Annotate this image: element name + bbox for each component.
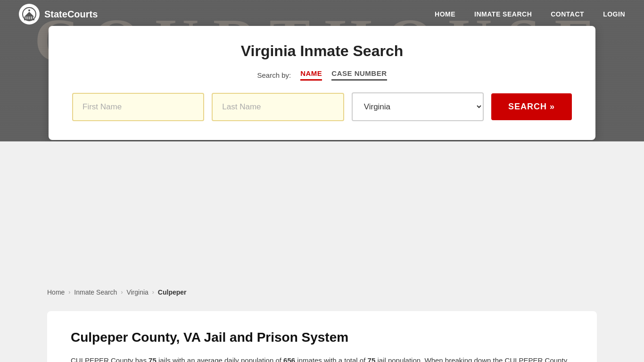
breadcrumb-sep-3: › [152,289,154,296]
breadcrumb-current: Culpeper [158,288,187,296]
desc-mid1: jails with an average daily population o… [157,356,283,362]
breadcrumb-inmate-search[interactable]: Inmate Search [74,288,117,296]
logo[interactable]: StateCourts [19,4,98,25]
desc-pop: 656 [283,356,295,362]
description: CULPEPER County has 75 jails with an ave… [71,354,573,362]
breadcrumb-state[interactable]: Virginia [126,288,148,296]
last-name-input[interactable] [212,93,344,121]
svg-rect-4 [30,16,32,20]
svg-rect-3 [28,16,30,20]
desc-jails: 75 [149,356,157,362]
breadcrumb-home[interactable]: Home [47,288,65,296]
search-button[interactable]: SEARCH » [491,93,572,120]
tab-name[interactable]: NAME [300,69,322,81]
desc-jail-pop: 75 [368,356,376,362]
breadcrumb-sep-1: › [68,289,70,296]
svg-point-8 [28,9,30,11]
nav-links: HOME INMATE SEARCH CONTACT LOGIN [435,10,625,18]
search-by-row: Search by: NAME CASE NUMBER [72,69,572,81]
svg-rect-7 [24,19,34,20]
search-inputs-row: Virginia Alabama Alaska California Flori… [72,92,572,121]
search-card: Virginia Inmate Search Search by: NAME C… [49,26,595,140]
desc-intro: CULPEPER County has [71,356,149,362]
logo-icon [19,4,40,25]
main-content: Culpeper County, VA Jail and Prison Syst… [47,311,597,362]
breadcrumb: Home › Inmate Search › Virginia › Culpep… [0,283,644,302]
tab-case-number[interactable]: CASE NUMBER [331,69,387,81]
state-select[interactable]: Virginia Alabama Alaska California Flori… [352,92,484,121]
nav-home[interactable]: HOME [435,10,455,18]
svg-rect-2 [26,16,28,20]
svg-marker-6 [25,12,34,16]
header: COURTHOUSE StateCourt [0,0,644,141]
nav-contact[interactable]: CONTACT [551,10,584,18]
search-by-label: Search by: [257,71,291,79]
nav-inmate-search[interactable]: INMATE SEARCH [474,10,532,18]
section-title: Culpeper County, VA Jail and Prison Syst… [71,330,573,345]
navigation: StateCourts HOME INMATE SEARCH CONTACT L… [0,0,644,28]
breadcrumb-sep-2: › [121,289,123,296]
logo-text: StateCourts [44,9,98,20]
first-name-input[interactable] [72,93,204,121]
search-card-title: Virginia Inmate Search [72,42,572,60]
desc-mid2: inmates with a total of [295,356,367,362]
nav-login[interactable]: LOGIN [603,10,625,18]
svg-rect-5 [32,16,33,20]
svg-rect-1 [25,16,26,20]
